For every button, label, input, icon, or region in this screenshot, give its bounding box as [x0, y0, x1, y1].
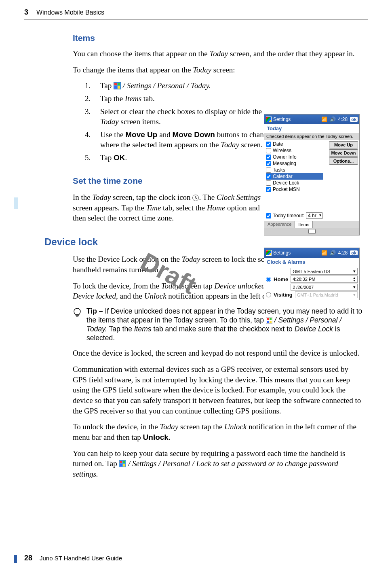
- text: and: [157, 130, 172, 139]
- device-lock-para-6: You can help to keep your data secure by…: [73, 448, 364, 479]
- text-italic: Today: [182, 255, 200, 263]
- svg-rect-4: [118, 86, 120, 89]
- tab-items[interactable]: Items: [295, 221, 313, 228]
- item-checkbox[interactable]: [266, 148, 271, 153]
- text: screen items.: [119, 117, 161, 126]
- visiting-radio[interactable]: [266, 292, 271, 297]
- text-italic: Device Lock: [295, 325, 333, 333]
- options-button[interactable]: Options...: [329, 157, 358, 165]
- timezone-para: In the Today screen, tap the clock icon …: [73, 192, 267, 223]
- svg-rect-11: [270, 321, 272, 323]
- step-1: 1. Tap / Settings / Personal / Today.: [85, 81, 279, 91]
- page-number: 28: [24, 554, 32, 562]
- date-value: 2 /26/2007: [293, 285, 314, 290]
- item-checkbox[interactable]: [266, 187, 271, 192]
- svg-rect-3: [114, 86, 117, 89]
- heading-device-lock: Device lock: [44, 235, 364, 248]
- timeout-checkbox[interactable]: [266, 213, 271, 218]
- chevron-down-icon: ▾: [353, 269, 356, 274]
- titlebar: Settings 📶🔊4:28ok: [264, 248, 359, 258]
- text: To change the items that appear on the: [73, 66, 193, 74]
- list-item[interactable]: Pocket MSN: [266, 186, 323, 193]
- time-field[interactable]: 4:28:32 PM▲▼: [291, 276, 358, 283]
- svg-rect-8: [267, 318, 269, 320]
- list-item[interactable]: Date: [266, 141, 323, 147]
- tabs-row: Appearance Items: [264, 221, 359, 228]
- item-label: Messaging: [273, 161, 296, 166]
- device-lock-para-4: Communication with external devices such…: [73, 364, 364, 416]
- heading-items: Items: [73, 33, 364, 43]
- text: You can choose the items that appear on …: [73, 49, 209, 58]
- item-checkbox[interactable]: [266, 142, 271, 147]
- tip-text: Tip – If Device unlocked does not appear…: [86, 307, 364, 343]
- volume-icon: 🔊: [330, 117, 336, 122]
- list-item[interactable]: Wireless: [266, 147, 323, 154]
- chevron-down-icon: ▾: [353, 284, 356, 290]
- item-label: Date: [273, 141, 283, 147]
- text: Use the Device Lock option on the: [73, 255, 182, 263]
- text: screen appears. Tap the: [73, 204, 146, 212]
- volume-icon: 🔊: [330, 250, 336, 256]
- list-item[interactable]: Device Lock: [266, 180, 323, 186]
- item-label: Pocket MSN: [273, 187, 300, 192]
- spinner-icon[interactable]: ▲▼: [353, 276, 356, 282]
- screen-subhead: Today: [264, 124, 359, 133]
- tab-appearance[interactable]: Appearance: [264, 221, 295, 228]
- move-down-button[interactable]: Move Down: [329, 149, 358, 157]
- svg-rect-9: [270, 318, 272, 320]
- visiting-row: Visiting GMT+1 Paris,Madrid▾: [266, 291, 358, 298]
- keyboard-icon[interactable]: [308, 229, 316, 234]
- item-checkbox[interactable]: [266, 161, 271, 166]
- ok-button[interactable]: ok: [350, 250, 358, 255]
- step-number: 2.: [85, 93, 94, 104]
- step-4: 4. Use the Move Up and Move Down buttons…: [85, 129, 279, 150]
- home-row: Home GMT-5 Eastern US▾ 4:28:32 PM▲▼ 2 /2…: [266, 268, 358, 290]
- move-up-label: Move Up: [125, 130, 157, 139]
- svg-rect-15: [120, 464, 122, 466]
- ok-label: OK: [114, 153, 125, 162]
- text: screen.: [239, 140, 263, 149]
- svg-rect-13: [120, 461, 122, 463]
- device-lock-para-5: To unlock the device, in the Today scree…: [73, 422, 364, 442]
- start-icon: [119, 460, 126, 467]
- home-radio[interactable]: [266, 277, 271, 282]
- timezone-dropdown[interactable]: GMT-5 Eastern US▾: [291, 268, 358, 275]
- step-number: 3.: [85, 106, 94, 127]
- text: tab.: [141, 94, 155, 103]
- text-italic: Device unlocked: [214, 282, 265, 290]
- text: Use the: [100, 130, 125, 139]
- screenshot-clock-alarms: Settings 📶🔊4:28ok Clock & Alarms Home GM…: [264, 248, 360, 300]
- ok-button[interactable]: ok: [350, 117, 358, 122]
- item-label: Tasks: [273, 167, 285, 173]
- list-item[interactable]: Calendar: [266, 173, 323, 180]
- item-checkbox[interactable]: [266, 174, 271, 179]
- footer-title: Juno ST Handheld User Guide: [40, 555, 122, 562]
- list-item[interactable]: Owner Info: [266, 154, 323, 160]
- text: , and the: [116, 292, 144, 300]
- timeout-dropdown[interactable]: 4 hr: [306, 212, 322, 219]
- svg-rect-14: [123, 461, 125, 463]
- clock-text: 4:28: [338, 250, 348, 256]
- section-marker: [14, 197, 18, 209]
- lightbulb-icon: [73, 307, 82, 343]
- step-5: 5. Tap OK.: [85, 153, 279, 163]
- date-field[interactable]: 2 /26/2007▾: [291, 284, 358, 290]
- text: . The: [199, 193, 216, 201]
- text: Tap the: [100, 94, 125, 103]
- items-lead-para: To change the items that appear on the T…: [73, 65, 364, 75]
- titlebar: Settings 📶🔊4:28ok: [264, 115, 359, 124]
- visiting-tz-dropdown[interactable]: GMT+1 Paris,Madrid▾: [295, 291, 358, 298]
- items-list: DateWirelessOwner InfoMessagingTasksCale…: [264, 140, 325, 193]
- item-checkbox[interactable]: [266, 180, 271, 186]
- item-checkbox[interactable]: [266, 155, 271, 160]
- text: Select or clear the check boxes to displ…: [100, 107, 262, 116]
- text: Tap: [100, 153, 114, 162]
- device-lock-para-3: Once the device is locked, the screen an…: [73, 348, 364, 358]
- svg-rect-1: [114, 83, 117, 85]
- item-checkbox[interactable]: [266, 168, 271, 173]
- list-item[interactable]: Tasks: [266, 167, 323, 173]
- svg-rect-10: [267, 321, 269, 323]
- move-up-button[interactable]: Move Up: [329, 141, 358, 148]
- list-item[interactable]: Messaging: [266, 160, 323, 167]
- tip-block: Tip – If Device unlocked does not appear…: [73, 307, 364, 343]
